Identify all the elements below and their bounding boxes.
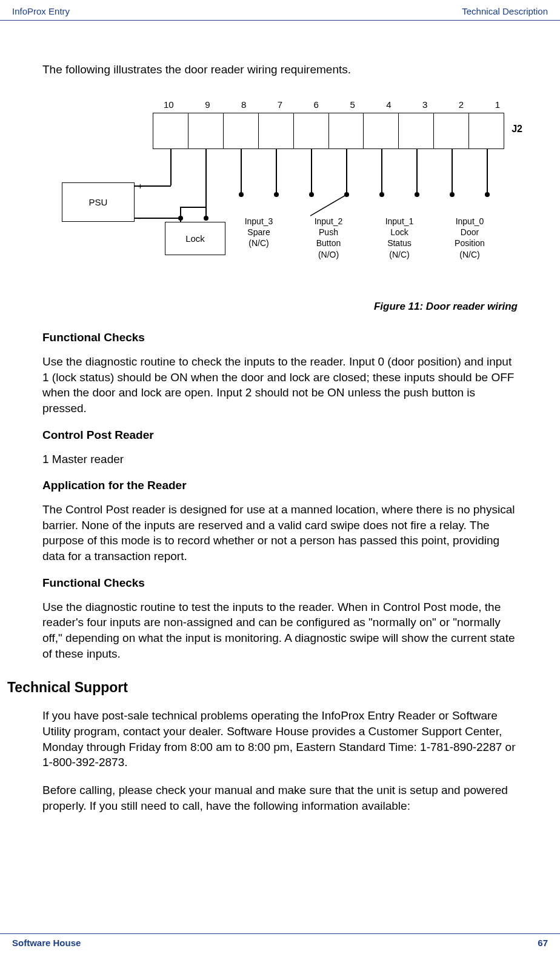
- terminal-number: 1: [495, 99, 500, 110]
- connection-dot: [274, 192, 279, 197]
- connection-dot: [204, 216, 208, 221]
- connection-dot: [178, 216, 183, 221]
- connection-dot: [485, 192, 490, 197]
- wire: [135, 218, 180, 219]
- control-post-reader-heading: Control Post Reader: [42, 429, 518, 442]
- terminal-block: [153, 113, 504, 149]
- technical-support-body-1: If you have post-sale technical problems…: [42, 708, 518, 770]
- functional-checks-2-heading: Functional Checks: [42, 576, 518, 590]
- wire: [416, 149, 418, 195]
- connection-dot: [239, 192, 244, 197]
- input-line: Position: [455, 238, 485, 248]
- lock-box: Lock: [165, 222, 225, 255]
- terminal-number: 5: [350, 99, 355, 110]
- figure-caption: Figure 11: Door reader wiring: [42, 301, 518, 313]
- svg-line-0: [310, 195, 347, 216]
- terminal-cell: [259, 113, 294, 148]
- input0-label: Input_0 Door Position (N/C): [448, 216, 491, 260]
- input-line: Door: [461, 227, 479, 237]
- intro-text: The following illustrates the door reade…: [42, 63, 518, 76]
- terminal-cell: [188, 113, 224, 148]
- application-body: The Control Post reader is designed for …: [42, 502, 518, 564]
- j2-label: J2: [512, 124, 522, 135]
- wire: [135, 185, 171, 187]
- psu-label: PSU: [89, 197, 108, 207]
- input-line: Input_1: [385, 216, 414, 226]
- terminal-cell: [364, 113, 399, 148]
- wire: [170, 149, 172, 185]
- input-line: Input_2: [315, 216, 343, 226]
- input-line: Status: [387, 238, 412, 248]
- terminal-cell: [294, 113, 329, 148]
- input2-label: Input_2 Push Button (N/O): [307, 216, 350, 260]
- functional-checks-1-body: Use the diagnostic routine to check the …: [42, 354, 518, 416]
- technical-support-heading: Technical Support: [7, 679, 518, 696]
- technical-support-body-2: Before calling, please check your manual…: [42, 782, 518, 813]
- application-heading: Application for the Reader: [42, 479, 518, 492]
- terminal-cell: [224, 113, 259, 148]
- input-line: Input_3: [245, 216, 273, 226]
- wiring-diagram: 10 9 8 7 6 5 4 3 2 1 J2 PSU +: [44, 95, 516, 289]
- wire: [205, 149, 207, 219]
- input-line: Button: [316, 238, 341, 248]
- terminal-number: 10: [164, 99, 174, 110]
- terminal-cell: [153, 113, 188, 148]
- input-line: Spare: [247, 227, 270, 237]
- lock-label: Lock: [185, 233, 205, 244]
- page-footer: Software House 67: [0, 933, 560, 948]
- terminal-number: 7: [278, 99, 282, 110]
- psu-box: PSU: [62, 182, 135, 222]
- input-line: Push: [319, 227, 338, 237]
- wire: [346, 149, 347, 195]
- connection-dot: [379, 192, 384, 197]
- input-line: Input_0: [456, 216, 484, 226]
- wire: [311, 149, 312, 195]
- wire: [452, 149, 453, 195]
- terminal-cell: [399, 113, 434, 148]
- page-header: InfoProx Entry Technical Description: [0, 0, 560, 21]
- terminal-number: 6: [314, 99, 319, 110]
- header-left: InfoProx Entry: [12, 6, 70, 16]
- input-line: Lock: [390, 227, 408, 237]
- terminal-cell: [434, 113, 469, 148]
- terminal-number: 8: [241, 99, 246, 110]
- functional-checks-1-heading: Functional Checks: [42, 331, 518, 344]
- diagonal-wire: [310, 195, 353, 219]
- input3-label: Input_3 Spare (N/C): [238, 216, 280, 249]
- terminal-number: 3: [422, 99, 427, 110]
- footer-right: 67: [538, 938, 548, 948]
- input-line: (N/O): [318, 250, 339, 259]
- footer-left: Software House: [12, 938, 81, 948]
- wire: [381, 149, 382, 195]
- wire: [276, 149, 277, 195]
- terminal-numbers: 10 9 8 7 6 5 4 3 2 1: [164, 99, 500, 110]
- input1-label: Input_1 Lock Status (N/C): [378, 216, 421, 260]
- input-line: (N/C): [459, 250, 479, 259]
- terminal-cell: [329, 113, 364, 148]
- wire: [180, 207, 207, 208]
- connection-dot: [450, 192, 455, 197]
- input-line: (N/C): [389, 250, 409, 259]
- connection-dot: [415, 192, 419, 197]
- terminal-number: 2: [459, 99, 464, 110]
- functional-checks-2-body: Use the diagnostic routine to test the i…: [42, 599, 518, 662]
- wire: [241, 149, 242, 195]
- wire: [487, 149, 488, 195]
- terminal-number: 9: [205, 99, 210, 110]
- input-line: (N/C): [248, 238, 268, 248]
- terminal-number: 4: [386, 99, 391, 110]
- terminal-cell: [469, 113, 504, 148]
- header-right: Technical Description: [462, 6, 548, 16]
- page-content: The following illustrates the door reade…: [0, 21, 560, 813]
- control-post-reader-body: 1 Master reader: [42, 452, 518, 467]
